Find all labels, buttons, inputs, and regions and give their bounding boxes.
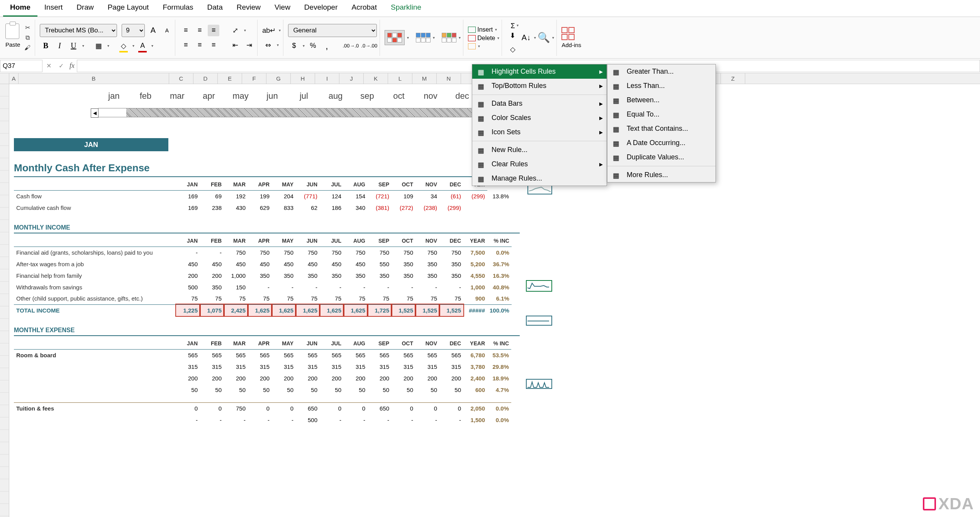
align-bottom-icon[interactable]: ≡ [208, 25, 219, 36]
row-number[interactable] [0, 96, 9, 109]
row-number[interactable] [0, 454, 9, 467]
font-color-button[interactable]: A [137, 40, 148, 52]
paste-icon[interactable] [5, 24, 19, 39]
decrease-decimal-icon[interactable]: .00→.0 [342, 40, 359, 52]
increase-decimal-icon[interactable]: .0→.00 [361, 40, 377, 52]
font-name-select[interactable]: Trebuchet MS (Bo... [40, 24, 117, 37]
format-cells-button[interactable]: ▾ [468, 43, 499, 49]
tab-view[interactable]: View [268, 0, 297, 17]
row-number[interactable] [0, 405, 9, 417]
tab-developer[interactable]: Developer [297, 0, 345, 17]
row-number[interactable] [0, 220, 9, 232]
fx-icon[interactable]: fx [70, 62, 75, 70]
enter-icon[interactable]: ✓ [55, 62, 67, 69]
tab-review[interactable]: Review [230, 0, 268, 17]
currency-icon[interactable]: $ [288, 40, 300, 52]
timeline-month[interactable]: aug [320, 91, 351, 101]
col-e[interactable]: E [218, 73, 242, 84]
col-f[interactable]: F [242, 73, 266, 84]
cancel-icon[interactable]: ✕ [42, 62, 55, 69]
cut-icon[interactable]: ✂ [22, 24, 32, 32]
row-number[interactable] [0, 183, 9, 195]
menu-item[interactable]: ▦A Date Occurring... [607, 136, 727, 150]
align-left-icon[interactable]: ≡ [180, 39, 192, 51]
col-h[interactable]: H [291, 73, 315, 84]
col-l[interactable]: L [388, 73, 412, 84]
timeline-month[interactable]: jul [288, 91, 320, 101]
timeline-scrollbar[interactable]: ◀ [98, 108, 504, 117]
align-top-icon[interactable]: ≡ [180, 25, 192, 36]
align-center-icon[interactable]: ≡ [194, 39, 205, 51]
menu-item[interactable]: ▦Greater Than... [607, 64, 727, 79]
increase-indent-icon[interactable]: ⇥ [243, 39, 255, 51]
fill-icon[interactable]: ⬇ [507, 30, 519, 41]
menu-item[interactable]: ▦Less Than... [607, 79, 727, 93]
align-right-icon[interactable]: ≡ [208, 39, 219, 51]
col-b[interactable]: B [19, 73, 169, 84]
row-number[interactable] [0, 479, 9, 492]
row-number[interactable] [0, 368, 9, 380]
menu-item[interactable]: ▦Highlight Cells Rules▶ [472, 64, 607, 79]
col-n[interactable]: N [437, 73, 461, 84]
row-number[interactable] [0, 257, 9, 269]
row-number[interactable] [0, 282, 9, 294]
row-number[interactable] [0, 380, 9, 393]
percent-icon[interactable]: % [307, 40, 319, 52]
col-j[interactable]: J [339, 73, 364, 84]
timeline-month[interactable]: nov [415, 91, 446, 101]
format-painter-icon[interactable]: 🖌 [22, 44, 32, 52]
row-number[interactable] [0, 492, 9, 504]
col-k[interactable]: K [364, 73, 388, 84]
tab-page-layout[interactable]: Page Layout [101, 0, 156, 17]
menu-item[interactable]: ▦Top/Bottom Rules▶ [472, 79, 607, 93]
menu-item[interactable]: ▦Data Bars▶ [472, 96, 607, 111]
row-number[interactable] [0, 158, 9, 171]
menu-item[interactable]: ▦Icon Sets▶ [472, 125, 607, 139]
col-c[interactable]: C [169, 73, 193, 84]
row-number[interactable] [0, 294, 9, 306]
menu-item[interactable]: ▦Equal To... [607, 107, 727, 122]
row-number[interactable] [0, 109, 9, 121]
row-number[interactable] [0, 306, 9, 319]
row-number[interactable] [0, 84, 9, 96]
menu-item[interactable]: ▦New Rule... [472, 143, 607, 157]
format-table-button[interactable] [416, 33, 431, 42]
col-d[interactable]: D [193, 73, 218, 84]
row-number[interactable] [0, 319, 9, 331]
row-number[interactable] [0, 245, 9, 257]
timeline-month[interactable]: jun [256, 91, 288, 101]
copy-icon[interactable]: ⧉ [22, 34, 32, 42]
row-number[interactable] [0, 121, 9, 133]
sort-filter-icon[interactable]: A↓ [520, 32, 532, 44]
row-number[interactable] [0, 331, 9, 343]
conditional-formatting-button[interactable] [385, 30, 405, 45]
timeline-month[interactable]: jan [98, 91, 130, 101]
fill-color-button[interactable]: ◇ [118, 40, 129, 52]
number-format-select[interactable]: General [288, 24, 377, 37]
menu-item[interactable]: ▦Between... [607, 93, 727, 107]
delete-cells-button[interactable]: Delete▾ [468, 35, 499, 42]
tab-insert[interactable]: Insert [37, 0, 70, 17]
borders-button[interactable]: ▦ [93, 40, 104, 52]
insert-cells-button[interactable]: Insert▾ [468, 26, 499, 33]
row-number[interactable] [0, 504, 9, 516]
row-number[interactable] [0, 133, 9, 146]
merge-icon[interactable]: ⇔ [262, 39, 274, 51]
comma-icon[interactable]: , [321, 40, 332, 52]
increase-font-icon[interactable]: A [147, 25, 159, 36]
align-middle-icon[interactable]: ≡ [194, 25, 205, 36]
decrease-font-icon[interactable]: A [161, 25, 173, 36]
col-g[interactable]: G [266, 73, 291, 84]
orientation-icon[interactable]: ⤢ [229, 25, 241, 36]
tab-acrobat[interactable]: Acrobat [344, 0, 383, 17]
row-number[interactable] [0, 232, 9, 245]
row-number[interactable] [0, 442, 9, 454]
tab-formulas[interactable]: Formulas [156, 0, 200, 17]
row-number[interactable] [0, 146, 9, 158]
menu-item[interactable]: ▦Color Scales▶ [472, 111, 607, 125]
row-number[interactable] [0, 269, 9, 282]
bold-button[interactable]: B [40, 40, 51, 52]
row-number[interactable] [0, 343, 9, 356]
col-i[interactable]: I [315, 73, 339, 84]
row-number[interactable] [0, 393, 9, 405]
